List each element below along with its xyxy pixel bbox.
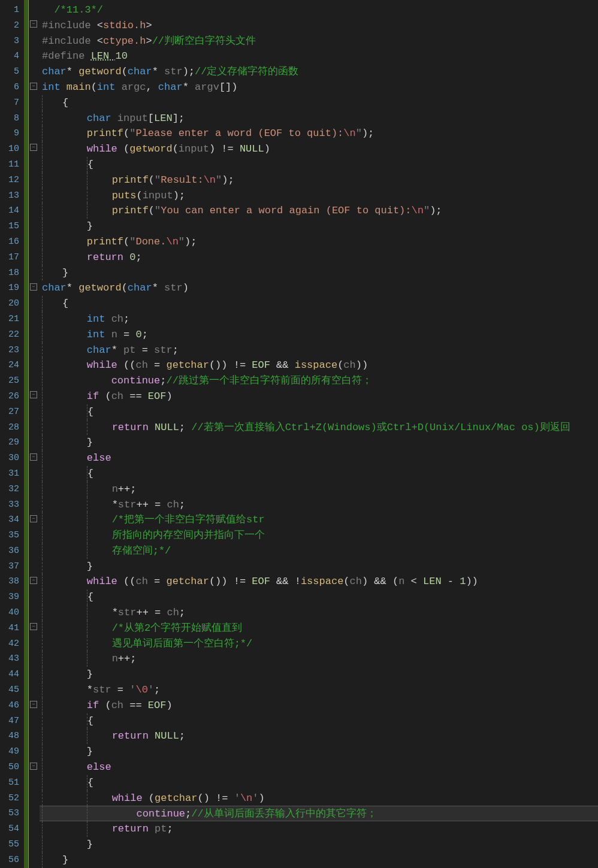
line-number[interactable]: 6 <box>0 80 19 95</box>
code-line[interactable]: printf("You can enter a word again (EOF … <box>40 203 598 219</box>
code-line[interactable]: char* pt = str; <box>40 343 598 358</box>
code-line[interactable]: } <box>40 667 598 682</box>
line-number[interactable]: 47 <box>0 713 19 729</box>
code-line[interactable]: *str++ = ch; <box>40 605 598 621</box>
code-line[interactable]: 存储空间;*/ <box>40 543 598 559</box>
code-line[interactable]: while (getword(input) != NULL) <box>40 141 598 157</box>
fold-toggle-icon[interactable]: − <box>30 515 37 522</box>
code-line[interactable]: /*11.3*/ <box>40 2 598 18</box>
line-number[interactable]: 56 <box>0 852 19 868</box>
line-number[interactable]: 14 <box>0 203 19 219</box>
line-number[interactable]: 19 <box>0 280 19 296</box>
code-line[interactable]: return 0; <box>40 250 598 265</box>
line-number[interactable]: 21 <box>0 311 19 327</box>
line-number[interactable]: 35 <box>0 528 19 543</box>
code-line[interactable]: { <box>40 157 598 173</box>
fold-toggle-icon[interactable]: − <box>30 20 37 28</box>
line-number[interactable]: 51 <box>0 775 19 791</box>
code-line[interactable]: } <box>40 852 598 868</box>
code-editor[interactable]: 1234567891011121314151617181920212223242… <box>0 0 598 868</box>
line-number[interactable]: 3 <box>0 34 19 49</box>
line-number[interactable]: 2 <box>0 18 19 34</box>
fold-toggle-icon[interactable]: − <box>30 577 37 584</box>
fold-toggle-icon[interactable]: − <box>30 83 37 90</box>
line-number[interactable]: 53 <box>0 806 19 821</box>
code-line[interactable]: puts(input); <box>40 188 598 204</box>
code-line[interactable]: { <box>40 95 598 111</box>
code-line[interactable]: { <box>40 589 598 605</box>
line-number[interactable]: 10 <box>0 141 19 157</box>
code-line[interactable]: 所指向的内存空间内并指向下一个 <box>40 528 598 543</box>
line-number[interactable]: 54 <box>0 821 19 837</box>
line-number[interactable]: 38 <box>0 574 19 589</box>
line-number[interactable]: 26 <box>0 389 19 404</box>
code-line[interactable]: } <box>40 837 598 852</box>
code-line[interactable]: { <box>40 466 598 482</box>
code-line[interactable]: if (ch == EOF) <box>40 389 598 404</box>
code-line[interactable]: 遇见单词后面第一个空白符;*/ <box>40 636 598 652</box>
code-line[interactable]: } <box>40 219 598 234</box>
code-line[interactable]: while ((ch = getchar()) != EOF && !isspa… <box>40 574 598 589</box>
code-line[interactable]: } <box>40 559 598 574</box>
code-line[interactable]: #include <ctype.h>//判断空白字符头文件 <box>40 34 598 49</box>
line-number[interactable]: 34 <box>0 512 19 528</box>
line-number[interactable]: 42 <box>0 636 19 652</box>
line-number[interactable]: 24 <box>0 358 19 373</box>
code-line[interactable]: { <box>40 775 598 791</box>
line-number[interactable]: 1 <box>0 2 19 18</box>
line-number[interactable]: 23 <box>0 343 19 358</box>
code-line[interactable]: } <box>40 435 598 450</box>
code-line[interactable]: else <box>40 450 598 466</box>
code-line[interactable]: char* getword(char* str) <box>40 280 598 296</box>
line-number[interactable]: 36 <box>0 543 19 559</box>
fold-toggle-icon[interactable]: − <box>30 453 37 461</box>
code-line[interactable]: printf("Please enter a word (EOF to quit… <box>40 126 598 141</box>
line-number[interactable]: 33 <box>0 497 19 513</box>
code-line[interactable]: printf("Done.\n"); <box>40 234 598 250</box>
code-line[interactable]: int ch; <box>40 311 598 327</box>
line-number[interactable]: 52 <box>0 791 19 806</box>
code-line[interactable]: #define LEN 10 <box>40 49 598 64</box>
line-number[interactable]: 40 <box>0 605 19 621</box>
code-line[interactable]: int n = 0; <box>40 327 598 343</box>
fold-toggle-icon[interactable]: − <box>30 391 37 398</box>
code-line[interactable]: { <box>40 404 598 420</box>
line-number[interactable]: 43 <box>0 651 19 667</box>
line-number[interactable]: 39 <box>0 589 19 605</box>
line-number[interactable]: 55 <box>0 837 19 852</box>
code-line[interactable]: n++; <box>40 482 598 497</box>
code-line[interactable]: /*从第2个字符开始赋值直到 <box>40 621 598 636</box>
line-number[interactable]: 4 <box>0 49 19 64</box>
code-line[interactable]: int main(int argc, char* argv[]) <box>40 80 598 95</box>
code-line[interactable]: #include <stdio.h> <box>40 18 598 34</box>
code-line[interactable]: n++; <box>40 651 598 667</box>
line-number[interactable]: 13 <box>0 188 19 204</box>
code-line[interactable]: continue;//跳过第一个非空白字符前面的所有空白符； <box>40 373 598 389</box>
line-number[interactable]: 25 <box>0 373 19 389</box>
code-line[interactable]: return pt; <box>40 821 598 837</box>
code-line[interactable]: printf("Result:\n"); <box>40 173 598 188</box>
line-number[interactable]: 44 <box>0 667 19 682</box>
line-number[interactable]: 50 <box>0 760 19 775</box>
line-number[interactable]: 15 <box>0 219 19 234</box>
line-number[interactable]: 16 <box>0 234 19 250</box>
code-line[interactable]: } <box>40 265 598 281</box>
fold-toggle-icon[interactable]: − <box>30 701 37 708</box>
line-number[interactable]: 18 <box>0 265 19 281</box>
fold-toggle-icon[interactable]: − <box>30 623 37 630</box>
code-line[interactable]: char* getword(char* str);//定义存储字符的函数 <box>40 64 598 80</box>
line-number[interactable]: 41 <box>0 621 19 636</box>
line-number[interactable]: 30 <box>0 450 19 466</box>
line-number[interactable]: 17 <box>0 250 19 265</box>
line-number[interactable]: 45 <box>0 682 19 698</box>
line-number[interactable]: 46 <box>0 698 19 713</box>
line-number[interactable]: 32 <box>0 482 19 497</box>
fold-toggle-icon[interactable]: − <box>30 763 37 770</box>
fold-toggle-icon[interactable]: − <box>30 283 37 291</box>
code-line[interactable]: *str = '\0'; <box>40 682 598 698</box>
line-number[interactable]: 11 <box>0 157 19 173</box>
code-line[interactable]: char input[LEN]; <box>40 111 598 126</box>
code-line-current[interactable]: continue;//从单词后面丢弃输入行中的其它字符； <box>40 806 598 821</box>
fold-toggle-icon[interactable]: − <box>30 144 37 151</box>
code-line[interactable]: while (getchar() != '\n') <box>40 791 598 806</box>
